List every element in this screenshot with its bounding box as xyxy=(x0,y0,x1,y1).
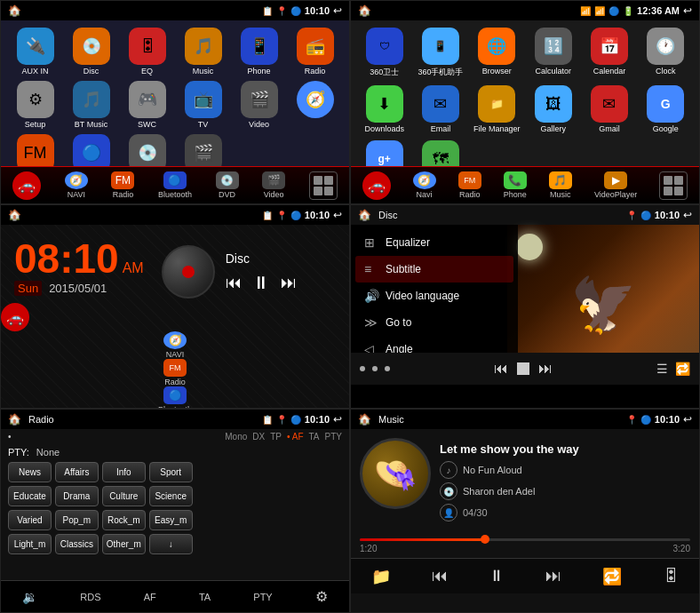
menu-goto[interactable]: ≫ Go to xyxy=(355,309,513,336)
genre-rock[interactable]: Rock_m xyxy=(102,510,146,530)
dvd-repeat-icon[interactable]: 🔁 xyxy=(675,362,690,376)
app-swc[interactable]: 🎮SWC xyxy=(122,81,172,129)
genre-easy[interactable]: Easy_m xyxy=(149,510,193,530)
back-arrow-icon-p2[interactable]: ↩ xyxy=(683,4,692,17)
pty-button[interactable]: PTY xyxy=(253,592,272,602)
prev-button[interactable]: ⏮ xyxy=(226,274,242,292)
app-radio[interactable]: 📻Radio xyxy=(290,28,340,76)
music-folder-button[interactable]: 📁 xyxy=(371,567,391,586)
car-button[interactable]: 🚗 xyxy=(12,171,41,200)
genre-drama[interactable]: Drama xyxy=(55,486,99,506)
app-360guard[interactable]: 🛡360卫士 xyxy=(360,28,409,78)
home-icon-p2[interactable]: 🏠 xyxy=(358,4,371,17)
app-gallery[interactable]: 🖼Gallery xyxy=(529,85,577,133)
app-phone[interactable]: 📱Phone xyxy=(234,28,284,76)
car-button-p2[interactable]: 🚗 xyxy=(362,171,391,200)
home-icon-p5[interactable]: 🏠 xyxy=(8,413,21,426)
genre-sport[interactable]: Sport xyxy=(149,462,193,482)
progress-handle[interactable] xyxy=(481,535,489,544)
genre-classics[interactable]: Classics xyxy=(55,534,99,554)
nav-video[interactable]: 🎬Video xyxy=(262,171,285,199)
rds-button[interactable]: RDS xyxy=(80,592,100,602)
app-calendar[interactable]: 📅Calendar xyxy=(585,28,633,78)
home-icon-p4[interactable]: 🏠 xyxy=(358,209,371,221)
menu-subtitle[interactable]: ≡ Subtitle xyxy=(355,256,513,283)
app-music[interactable]: 🎵Music xyxy=(178,28,228,76)
settings-icon[interactable]: ⚙ xyxy=(315,588,328,605)
genre-more[interactable]: ↓ xyxy=(149,534,193,554)
nav-radio-p2[interactable]: FMRadio xyxy=(458,171,481,199)
nav-navi-p3[interactable]: 🧭NAVI xyxy=(1,331,349,359)
app-clock[interactable]: 🕐Clock xyxy=(641,28,690,78)
nav-navi-p2[interactable]: 🧭Navi xyxy=(413,171,436,199)
back-arrow-p6[interactable]: ↩ xyxy=(683,413,692,426)
nav-dvd[interactable]: 💿DVD xyxy=(216,171,239,199)
genre-info[interactable]: Info xyxy=(102,462,146,482)
nav-phone-p2[interactable]: 📞Phone xyxy=(504,171,527,199)
music-repeat-button[interactable]: 🔁 xyxy=(602,567,622,586)
genre-science[interactable]: Science xyxy=(149,486,193,506)
app-browser[interactable]: 🌐Browser xyxy=(473,28,521,78)
af-button[interactable]: AF xyxy=(144,592,156,602)
nav-video-p2[interactable]: ▶VideoPlayer xyxy=(594,171,637,199)
genre-educate[interactable]: Educate xyxy=(8,486,52,506)
vol-icon[interactable]: 🔉 xyxy=(22,590,37,604)
home-icon-p3[interactable]: 🏠 xyxy=(8,209,21,221)
menu-equalizer[interactable]: ⊞ Equalizer xyxy=(355,229,513,256)
menu-dot-2[interactable] xyxy=(372,366,378,371)
nav-radio[interactable]: FMRadio xyxy=(111,171,134,199)
grid-view-button-p2[interactable] xyxy=(659,171,688,200)
app-video[interactable]: 🎬Video xyxy=(234,81,284,129)
app-eq[interactable]: 🎛EQ xyxy=(122,28,172,76)
nav-bluetooth[interactable]: 🔵Bluetooth xyxy=(158,171,192,199)
genre-affairs[interactable]: Affairs xyxy=(55,462,99,482)
app-setup[interactable]: ⚙Setup xyxy=(10,81,60,129)
back-arrow-p4[interactable]: ↩ xyxy=(683,209,692,221)
menu-dot-1[interactable] xyxy=(360,366,365,371)
ta-button[interactable]: TA xyxy=(199,592,211,602)
dvd-next-button[interactable]: ⏭ xyxy=(538,361,553,377)
app-calculator[interactable]: 🔢Calculator xyxy=(529,28,577,78)
music-prev-button[interactable]: ⏮ xyxy=(432,567,448,585)
music-next-button[interactable]: ⏭ xyxy=(545,567,561,585)
genre-other[interactable]: Other_m xyxy=(102,534,146,554)
app-file-manager[interactable]: 📁File Manager xyxy=(473,85,521,133)
music-eq-button[interactable]: 🎛 xyxy=(663,567,679,585)
app-downloads[interactable]: ⬇Downloads xyxy=(360,85,409,133)
menu-dot-3[interactable] xyxy=(385,366,390,371)
app-bt-music[interactable]: 🎵BT Music xyxy=(66,81,116,129)
app-disc[interactable]: 💿Disc xyxy=(66,28,116,76)
nav-music-p2[interactable]: 🎵Music xyxy=(549,171,572,199)
app-navi-widget[interactable]: 🧭 xyxy=(290,81,340,129)
app-tv[interactable]: 📺TV xyxy=(178,81,228,129)
app-gmail[interactable]: ✉Gmail xyxy=(585,85,633,133)
app-aux[interactable]: 🔌AUX IN xyxy=(10,28,60,76)
nav-bluetooth-p3[interactable]: 🔵Bluetooth xyxy=(1,386,349,409)
back-arrow-p5[interactable]: ↩ xyxy=(333,413,342,426)
dvd-prev-button[interactable]: ⏮ xyxy=(494,361,508,377)
menu-video-language[interactable]: 🔊 Video language xyxy=(355,283,513,309)
next-button[interactable]: ⏭ xyxy=(281,274,297,292)
back-arrow-icon[interactable]: ↩ xyxy=(333,4,342,17)
home-icon[interactable]: 🏠 xyxy=(8,4,21,17)
back-arrow-p3[interactable]: ↩ xyxy=(333,209,342,221)
nav-navi[interactable]: 🧭NAVI xyxy=(65,171,88,199)
progress-bar[interactable]: 1:20 3:20 xyxy=(360,538,690,553)
disc-icon[interactable] xyxy=(162,245,215,299)
genre-pop[interactable]: Pop_m xyxy=(55,510,99,530)
app-360assistant[interactable]: 📱360手机助手 xyxy=(416,28,465,78)
grid-view-button[interactable] xyxy=(309,171,338,200)
app-email[interactable]: ✉Email xyxy=(416,85,465,133)
genre-varied[interactable]: Varied xyxy=(8,510,52,530)
pause-button[interactable]: ⏸ xyxy=(252,273,270,293)
music-pause-button[interactable]: ⏸ xyxy=(489,567,505,585)
app-google[interactable]: GGoogle xyxy=(641,85,690,133)
dvd-stop-button[interactable] xyxy=(517,362,529,375)
genre-news[interactable]: News xyxy=(8,462,52,482)
home-icon-p6[interactable]: 🏠 xyxy=(358,413,371,426)
genre-light[interactable]: Light_m xyxy=(8,534,52,554)
genre-culture[interactable]: Culture xyxy=(102,486,146,506)
car-button-p3[interactable]: 🚗 xyxy=(1,303,29,331)
nav-radio-p3[interactable]: FMRadio xyxy=(1,359,349,386)
dvd-menu-icon[interactable]: ☰ xyxy=(656,362,668,376)
